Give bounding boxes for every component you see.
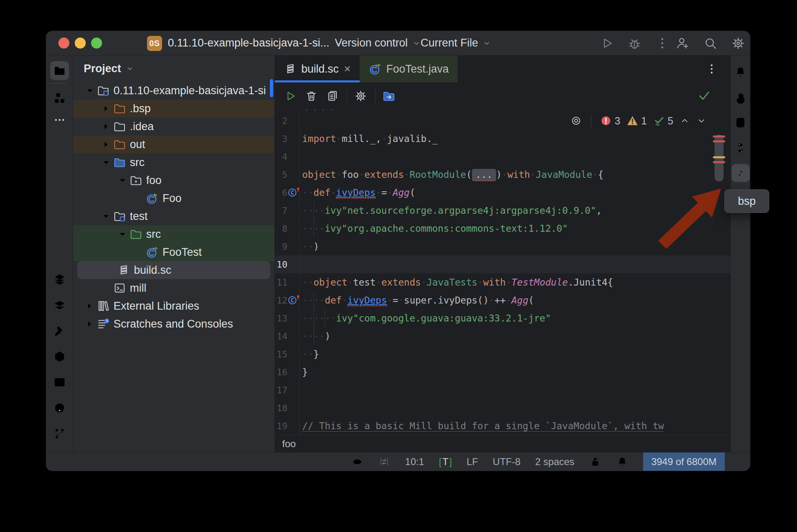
tree-down-chevron-icon[interactable] bbox=[116, 228, 129, 240]
status-text-10-1[interactable]: 10:1 bbox=[405, 452, 424, 471]
status-highlight-badge[interactable]: [T] bbox=[439, 452, 452, 471]
tree-item-build-sc[interactable]: build.sc bbox=[73, 261, 274, 279]
code-line-12[interactable]: 12C↑····def·ivyDeps·=·super.ivyDeps()·++… bbox=[275, 291, 730, 309]
tool-strip-bsp-icon[interactable] bbox=[732, 164, 750, 182]
breadcrumb-item[interactable]: foo bbox=[282, 438, 296, 450]
inspections-widget[interactable]: 3 1 5 bbox=[570, 114, 707, 127]
run-play-green-icon[interactable] bbox=[281, 87, 298, 104]
tree-item-src[interactable]: src bbox=[73, 225, 274, 243]
code-line-5[interactable]: 5object·foo·extends·RootModule(...)·with… bbox=[275, 166, 730, 184]
kebab-menu-icon[interactable] bbox=[655, 36, 670, 51]
code-editor[interactable]: '''' 23import·mill._,·javalib._45object·… bbox=[275, 109, 730, 435]
memory-indicator[interactable]: 3949 of 6800M bbox=[643, 452, 725, 471]
tree-down-chevron-icon[interactable] bbox=[84, 84, 96, 97]
commit-check-icon[interactable] bbox=[697, 88, 711, 103]
code-line-15[interactable]: 15··} bbox=[275, 345, 730, 363]
status-text-lf[interactable]: LF bbox=[467, 452, 478, 471]
prev-problem-chevron-up-icon[interactable] bbox=[679, 115, 690, 126]
error-count[interactable]: 3 bbox=[600, 115, 620, 127]
code-line-10[interactable]: 10 bbox=[275, 255, 730, 273]
tool-strip-database-icon[interactable] bbox=[732, 113, 750, 131]
tree-item-src[interactable]: src bbox=[73, 153, 274, 171]
search-icon[interactable] bbox=[703, 36, 718, 51]
run-play-icon[interactable] bbox=[599, 36, 614, 51]
project-title-menu[interactable]: 0.11.10-example-basicjava-1-si... bbox=[168, 37, 343, 49]
tool-strip-problems-icon[interactable] bbox=[50, 399, 69, 417]
code-line-11[interactable]: 11··object·test·extends·JavaTests·with·T… bbox=[275, 273, 730, 291]
tree-item-out[interactable]: out bbox=[73, 135, 274, 153]
error-stripe-mark[interactable] bbox=[713, 135, 725, 137]
tree-item-footest[interactable]: FooTest bbox=[73, 243, 274, 261]
tool-strip-layers-2-icon[interactable] bbox=[50, 296, 69, 315]
tree-item-scratches-and-consoles[interactable]: Scratches and Consoles bbox=[73, 315, 274, 333]
tool-strip-layers-3-icon[interactable] bbox=[50, 270, 69, 289]
tree-right-chevron-icon[interactable] bbox=[84, 300, 96, 312]
tool-strip-project-folder-icon[interactable] bbox=[50, 61, 69, 80]
override-gutter-icon[interactable]: C↑ bbox=[288, 295, 299, 306]
tree-item-test[interactable]: test bbox=[73, 207, 274, 225]
tree-right-chevron-icon[interactable] bbox=[100, 102, 112, 115]
code-line-4[interactable]: 4 bbox=[275, 148, 730, 166]
code-line-13[interactable]: 13······ivy"com.google.guava:guava:33.2.… bbox=[275, 309, 730, 327]
tool-strip-ai-spiral-icon[interactable] bbox=[732, 88, 750, 106]
project-panel-header[interactable]: Project bbox=[73, 55, 274, 82]
code-line-17[interactable]: 17 bbox=[275, 381, 730, 399]
tree-right-chevron-icon[interactable] bbox=[84, 318, 96, 330]
code-line-8[interactable]: 8····ivy"org.apache.commons:commons-text… bbox=[275, 219, 730, 237]
tool-strip-more-horizontal-icon[interactable] bbox=[50, 111, 69, 129]
minimize-window-button[interactable] bbox=[75, 38, 86, 49]
tool-strip-hammer-build-icon[interactable] bbox=[50, 321, 69, 340]
tree-item-0-11-10-example-basicjava-1-si[interactable]: 0.11.10-example-basicjava-1-si bbox=[73, 82, 274, 100]
status-text-utf-8[interactable]: UTF-8 bbox=[493, 452, 521, 471]
tree-scrollbar[interactable] bbox=[270, 79, 273, 97]
tree-item-foo[interactable]: foo bbox=[73, 171, 274, 189]
error-stripe-mark[interactable] bbox=[713, 140, 725, 142]
status-lock-open-icon[interactable] bbox=[589, 452, 601, 471]
code-line-18[interactable]: 18 bbox=[275, 399, 730, 417]
tool-strip-structure-icon[interactable] bbox=[50, 89, 69, 107]
version-control-menu[interactable]: Version control bbox=[335, 37, 421, 49]
warning-stripe-mark[interactable] bbox=[713, 156, 725, 158]
project-avatar[interactable]: 0S bbox=[147, 36, 162, 51]
editor-tab-footest-java[interactable]: FooTest.java bbox=[360, 55, 458, 82]
tree-right-chevron-icon[interactable] bbox=[100, 120, 112, 133]
override-gutter-icon[interactable]: C↑ bbox=[288, 187, 299, 198]
tree-item--idea[interactable]: .idea bbox=[73, 117, 274, 135]
editor-tab-build-sc[interactable]: build.sc× bbox=[275, 55, 360, 82]
run-configuration-menu[interactable]: Current File bbox=[421, 37, 491, 49]
settings-gear-icon[interactable] bbox=[352, 87, 369, 104]
close-window-button[interactable] bbox=[58, 38, 69, 49]
code-line-7[interactable]: 7····ivy"net.sourceforge.argparse4j:argp… bbox=[275, 202, 730, 219]
zoom-window-button[interactable] bbox=[91, 38, 102, 49]
code-line-16[interactable]: 16} bbox=[275, 363, 730, 381]
copy-stack-icon[interactable] bbox=[324, 87, 341, 104]
error-stripe-mark[interactable] bbox=[713, 161, 725, 163]
status-bell-icon[interactable] bbox=[616, 452, 628, 471]
tree-item--bsp[interactable]: .bsp bbox=[73, 100, 274, 117]
code-line-6[interactable]: 6C↑··def·ivyDeps·=·Agg( bbox=[275, 184, 730, 202]
tool-strip-python-icon[interactable] bbox=[732, 139, 750, 157]
tree-down-chevron-icon[interactable] bbox=[100, 156, 112, 168]
highlight-level-eye-icon[interactable] bbox=[570, 115, 582, 127]
code-line-14[interactable]: 14····) bbox=[275, 327, 730, 345]
code-line-19[interactable]: 19// This is a basic Mill build for a si… bbox=[275, 417, 730, 435]
passed-count[interactable]: 5 bbox=[653, 115, 673, 127]
status-text-2-spaces[interactable]: 2 spaces bbox=[535, 452, 574, 471]
tree-item-external-libraries[interactable]: External Libraries bbox=[73, 297, 274, 315]
warning-count[interactable]: 1 bbox=[626, 115, 647, 127]
tab-options-kebab-icon[interactable] bbox=[705, 62, 718, 75]
tool-strip-notifications-bell-icon[interactable] bbox=[732, 63, 750, 81]
settings-gear-icon[interactable] bbox=[731, 36, 746, 51]
tree-right-chevron-icon[interactable] bbox=[100, 138, 112, 151]
user-plus-icon[interactable] bbox=[675, 36, 690, 51]
code-line-3[interactable]: 3import·mill._,·javalib._ bbox=[275, 130, 730, 148]
tree-item-mill[interactable]: mill bbox=[73, 279, 274, 297]
status-eye-off-icon[interactable] bbox=[351, 452, 363, 471]
folder-export-icon[interactable] bbox=[380, 87, 397, 104]
next-problem-chevron-down-icon[interactable] bbox=[696, 115, 707, 126]
status-bsp-status-icon[interactable] bbox=[378, 452, 390, 471]
tree-down-chevron-icon[interactable] bbox=[116, 174, 129, 186]
tool-strip-hexagon-play-icon[interactable] bbox=[50, 347, 69, 366]
tree-down-chevron-icon[interactable] bbox=[100, 210, 112, 222]
error-stripe[interactable] bbox=[711, 109, 730, 435]
